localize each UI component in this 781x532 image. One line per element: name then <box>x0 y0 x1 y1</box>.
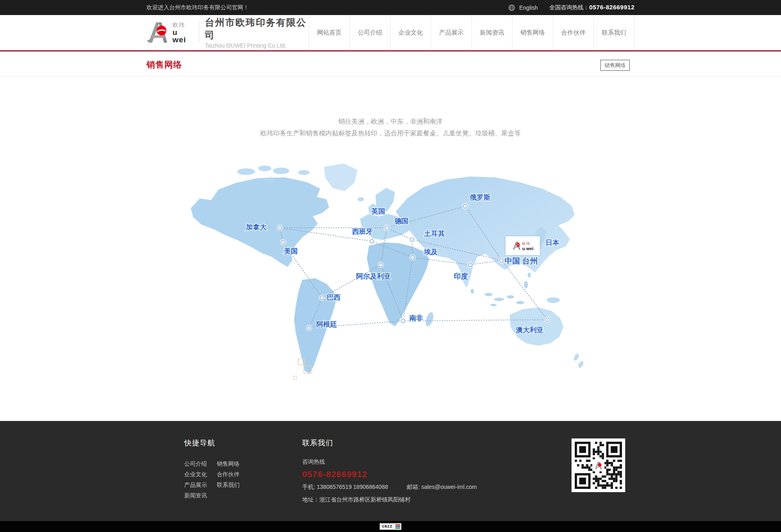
map-label-japan: 日本 <box>545 239 560 246</box>
footer-link-产品展示[interactable]: 产品展示 <box>184 480 207 490</box>
map-dot-spain <box>370 240 374 243</box>
map-decor-square <box>293 376 297 379</box>
english-link[interactable]: English <box>519 4 538 11</box>
qr-center-logo-icon <box>592 459 604 471</box>
map-dot-usa <box>281 241 285 244</box>
continents <box>191 164 585 379</box>
map-dot-argentina <box>308 326 311 330</box>
map-china-logo-marker: 欧玮 u wei <box>506 236 540 255</box>
brand[interactable]: 欧玮 u wei 台州市欧玮印务有限公司 Taizhou OUWEI Print… <box>146 15 309 50</box>
header: 欧玮 u wei 台州市欧玮印务有限公司 Taizhou OUWEI Print… <box>0 15 781 52</box>
hotline-number: 0576-82669912 <box>589 4 635 11</box>
quick-links-col2: 销售网络合作伙伴联系我们 <box>217 458 240 501</box>
nav-item-2[interactable]: 公司介绍 <box>350 15 390 50</box>
map-dot-india <box>469 263 472 267</box>
map-logo-text: 欧玮 u wei <box>522 241 534 251</box>
main-content: 销往美洲，欧洲，中东，非洲和南洋 欧玮印务生产和销售模内贴标签及热转印，适合用于… <box>0 76 781 421</box>
sales-network-map: 加拿大美国英国德国西班牙俄罗斯土耳其埃及阿尔及利亚印度巴西阿根廷南非澳大利亚日本… <box>185 160 596 380</box>
contact-address: 地址：浙江省台州市路桥区新桥镇凤阳铺村 <box>302 496 477 504</box>
contact-title: 联系我们 <box>302 438 477 448</box>
map-label-argentina: 阿根廷 <box>316 321 337 328</box>
quick-nav-title: 快捷导航 <box>184 438 240 448</box>
topbar-right: English 全国咨询热线：0576-82669912 <box>508 4 635 11</box>
map-dot-germany <box>385 226 389 230</box>
footer-link-公司介绍[interactable]: 公司介绍 <box>184 458 207 469</box>
logo-text: 欧玮 u wei <box>172 22 199 43</box>
footer-link-联系我们[interactable]: 联系我们 <box>217 480 240 490</box>
map-dot-china <box>500 259 504 262</box>
map-label-southafrica: 南非 <box>409 314 423 322</box>
map-dot-southafrica <box>401 319 405 323</box>
map-logo-en: u wei <box>522 246 534 251</box>
map-route-brazil-algeria <box>322 265 381 298</box>
map-logo-cn: 欧玮 <box>522 241 534 246</box>
qr-code <box>572 438 625 492</box>
nav-item-7[interactable]: 合作伙伴 <box>553 15 594 50</box>
map-dot-australia <box>546 318 550 322</box>
map-dot-canada <box>278 226 282 230</box>
nav-item-6[interactable]: 销售网络 <box>513 15 553 50</box>
welcome-text: 欢迎进入台州市欧玮印务有限公司官网！ <box>146 4 249 11</box>
map-logo-icon <box>512 241 521 251</box>
footer-link-新闻资讯[interactable]: 新闻资讯 <box>184 490 207 501</box>
nav-item-3[interactable]: 企业文化 <box>390 15 431 50</box>
map-dot-russia <box>464 205 467 208</box>
page-title: 销售网络 <box>146 59 182 70</box>
bottom-bar: CNZZ <box>0 521 781 532</box>
sales-network-button[interactable]: 销售网络 <box>600 60 630 71</box>
footer: 快捷导航 公司介绍企业文化产品展示新闻资讯 销售网络合作伙伴联系我们 联系我们 … <box>0 421 781 521</box>
footer-quick-nav: 快捷导航 公司介绍企业文化产品展示新闻资讯 销售网络合作伙伴联系我们 <box>184 438 240 501</box>
map-label-brazil: 巴西 <box>327 294 340 301</box>
intro-text: 销往美洲，欧洲，中东，非洲和南洋 欧玮印务生产和销售模内贴标签及热转印，适合用于… <box>0 116 781 139</box>
title-row: 销售网络 销售网络 <box>0 52 781 76</box>
map-label-egypt: 埃及 <box>423 248 438 256</box>
map-dot-algeria <box>379 263 383 267</box>
footer-link-合作伙伴[interactable]: 合作伙伴 <box>217 469 240 480</box>
map-label-spain: 西班牙 <box>352 228 373 235</box>
hotline: 全国咨询热线：0576-82669912 <box>549 4 635 11</box>
topbar: 欢迎进入台州市欧玮印务有限公司官网！ English 全国咨询热线：0576-8… <box>0 0 781 15</box>
intro-line-2: 欧玮印务生产和销售模内贴标签及热转印，适合用于家庭餐桌、儿童坐凳、垃圾桶、果盒等 <box>0 127 781 139</box>
main-nav: 网站首页公司介绍企业文化产品展示新闻资讯销售网络合作伙伴联系我们 <box>309 15 635 50</box>
page: 欢迎进入台州市欧玮印务有限公司官网！ English 全国咨询热线：0576-8… <box>0 0 781 532</box>
cnzz-badge-stripes <box>395 523 401 530</box>
contact-hotline-number: 0576-82669912 <box>302 469 477 479</box>
quick-links-col1: 公司介绍企业文化产品展示新闻资讯 <box>184 458 207 501</box>
company-logo-icon <box>146 21 169 44</box>
globe-icon <box>508 4 515 11</box>
footer-link-销售网络[interactable]: 销售网络 <box>217 458 240 469</box>
nav-item-5[interactable]: 新闻资讯 <box>472 15 513 50</box>
logo-en: u wei <box>172 29 192 44</box>
map-label-russia: 俄罗斯 <box>469 194 491 201</box>
world-map-svg: 加拿大美国英国德国西班牙俄罗斯土耳其埃及阿尔及利亚印度巴西阿根廷南非澳大利亚日本… <box>185 160 596 380</box>
hotline-label: 全国咨询热线： <box>549 4 589 11</box>
map-label-usa: 美国 <box>284 247 298 255</box>
company-name-en: Taizhou OUWEI Printing Co.Ltd. <box>205 42 309 49</box>
nav-item-4[interactable]: 产品展示 <box>431 15 472 50</box>
map-label-germany: 德国 <box>394 217 408 225</box>
map-dot-egypt <box>411 256 414 259</box>
company-name: 台州市欧玮印务有限公司 Taizhou OUWEI Printing Co.Lt… <box>205 16 309 49</box>
map-label-algeria: 阿尔及利亚 <box>356 273 391 280</box>
nav-item-1[interactable]: 网站首页 <box>309 15 350 50</box>
cnzz-badge[interactable]: CNZZ <box>380 523 401 530</box>
company-name-cn: 台州市欧玮印务有限公司 <box>205 16 309 41</box>
map-label-india: 印度 <box>454 272 468 280</box>
contact-email: 邮箱: sales@ouwei-iml.com <box>407 484 477 491</box>
cnzz-badge-text: CNZZ <box>380 523 395 530</box>
footer-link-企业文化[interactable]: 企业文化 <box>184 469 207 480</box>
map-label-uk: 英国 <box>371 207 385 215</box>
footer-contact: 联系我们 咨询热线 0576-82669912 手机: 13806576519 … <box>302 438 477 504</box>
map-label-china: 中国 台州 <box>504 257 537 265</box>
map-label-australia: 澳大利亚 <box>515 326 543 334</box>
map-label-canada: 加拿大 <box>246 223 267 231</box>
contact-mobile: 手机: 13806576519 18906864088 <box>302 484 388 491</box>
intro-line-1: 销往美洲，欧洲，中东，非洲和南洋 <box>0 116 781 127</box>
nav-item-8[interactable]: 联系我们 <box>594 15 635 50</box>
map-label-turkey: 土耳其 <box>424 230 445 238</box>
contact-hotline-label: 咨询热线 <box>302 458 477 466</box>
map-dot-brazil <box>321 296 324 300</box>
map-dot-turkey <box>410 238 414 242</box>
